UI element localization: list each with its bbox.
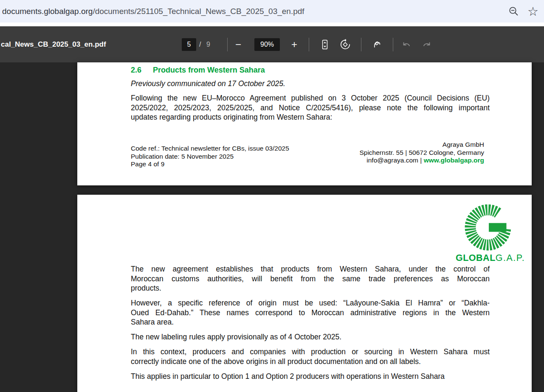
footer-left: Code ref.: Technical newsletter for CBs,… [131, 145, 289, 168]
draw-ink-button[interactable] [371, 39, 383, 50]
redo-icon [421, 39, 433, 50]
toolbar-separator [393, 38, 393, 51]
undo-icon [400, 39, 412, 50]
zoom-in-button[interactable]: + [289, 38, 299, 51]
fit-to-page-icon [319, 39, 331, 50]
pdf-toolbar: cal_News_CB_2025_03_en.pdf 5 / 9 − 90% + [0, 26, 544, 62]
contact-line: info@agraya.com | www.globalgap.org [359, 157, 484, 165]
rotate-icon [339, 39, 351, 50]
publication-date: Publication date: 5 November 2025 [131, 153, 289, 161]
page-number-input[interactable]: 5 [182, 38, 196, 51]
rotate-button[interactable] [339, 39, 351, 50]
redo-button[interactable] [421, 39, 433, 50]
company-email: info@agraya.com | [366, 157, 423, 164]
total-pages: 9 [206, 38, 210, 51]
footer-right: Agraya GmbH Spichernstr. 55 | 50672 Colo… [359, 141, 484, 165]
pdf-body-text: The new agreement establishes that produ… [131, 264, 490, 386]
pdf-paragraph: The new labeling rules apply provisional… [131, 332, 490, 342]
pdf-paragraph: The new agreement establishes that produ… [131, 264, 490, 293]
browser-window: documents.globalgap.org/documents/251105… [0, 0, 544, 392]
section-heading: 2.6Products from Western Sahara [131, 66, 265, 75]
zoom-level: 90% [254, 38, 280, 51]
toolbar-separator [227, 38, 228, 51]
code-ref: Code ref.: Technical newsletter for CBs,… [131, 145, 289, 153]
pdf-paragraph: In this context, producers and companies… [131, 347, 490, 366]
section-title: Products from Western Sahara [153, 66, 265, 74]
website-link[interactable]: www.globalgap.org [424, 157, 484, 164]
fit-to-page-button[interactable] [319, 39, 331, 50]
pdf-page-2: GLOBALG.A.P. The new agreement establish… [77, 195, 532, 392]
company-name: Agraya GmbH [359, 141, 484, 149]
company-address: Spichernstr. 55 | 50672 Cologne, Germany [359, 149, 484, 157]
url-domain: documents.globalgap.org [2, 7, 93, 16]
browser-address-bar[interactable]: documents.globalgap.org/documents/251105… [0, 0, 544, 22]
previously-communicated-note: Previously communicated on 17 October 20… [131, 79, 285, 88]
toolbar-separator [361, 38, 361, 51]
pdf-viewer[interactable]: 2.6Products from Western Sahara Previous… [0, 62, 544, 392]
toolbar-separator [309, 38, 309, 51]
pdf-paragraph: This applies in particular to Option 1 a… [131, 372, 490, 381]
zoom-out-button[interactable]: − [233, 38, 243, 51]
undo-button[interactable] [400, 39, 412, 50]
page-info: Page 4 of 9 [131, 160, 289, 168]
browser-chrome-divider [0, 22, 544, 26]
globalgap-logo: GLOBALG.A.P. [456, 202, 520, 263]
pdf-paragraph: However, a specific reference of origin … [131, 298, 490, 327]
globalgap-wordmark: GLOBALG.A.P. [456, 253, 520, 263]
url-path: /documents/251105_Technical_News_CB_2025… [93, 7, 304, 16]
url-text: documents.globalgap.org/documents/251105… [2, 0, 304, 22]
draw-ink-icon [371, 39, 383, 50]
section-number: 2.6 [131, 66, 153, 75]
pdf-page-1: 2.6Products from Western Sahara Previous… [77, 62, 532, 185]
pdf-filename: cal_News_CB_2025_03_en.pdf [1, 26, 106, 62]
globalgap-g-icon [463, 202, 513, 251]
zoom-out-icon[interactable] [508, 6, 520, 17]
page-divider: / [199, 38, 201, 51]
bookmark-star-icon[interactable]: ☆ [527, 4, 538, 19]
pdf-paragraph: Following the new EU–Morocco Agreement p… [131, 93, 490, 122]
